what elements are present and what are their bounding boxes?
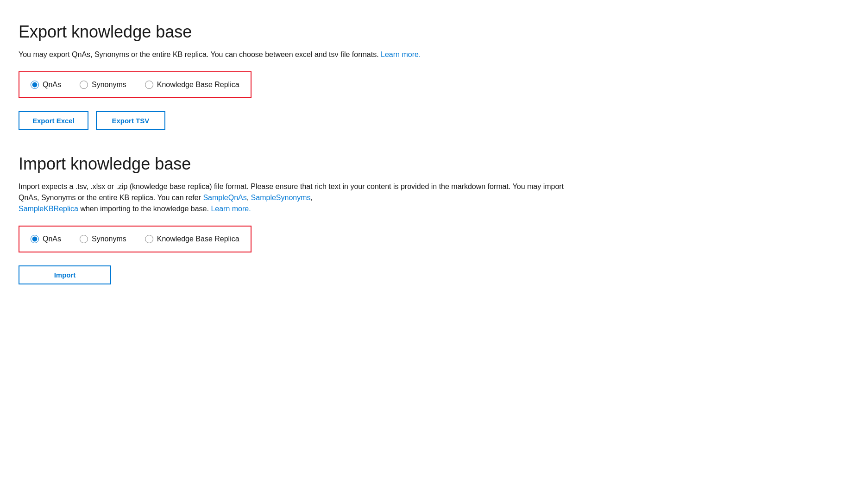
import-section: Import knowledge base Import expects a .… <box>19 154 849 284</box>
export-radio-group: QnAs Synonyms Knowledge Base Replica <box>19 71 252 98</box>
import-button-group: Import <box>19 265 849 284</box>
export-button-group: Export Excel Export TSV <box>19 111 849 130</box>
export-learn-more-link[interactable]: Learn more. <box>381 50 421 58</box>
import-qnas-option[interactable]: QnAs <box>31 235 61 243</box>
import-radio-group: QnAs Synonyms Knowledge Base Replica <box>19 226 252 252</box>
export-synonyms-radio[interactable] <box>80 81 88 89</box>
export-excel-button[interactable]: Export Excel <box>19 111 88 130</box>
sample-kbreplica-link[interactable]: SampleKBReplica <box>19 205 78 213</box>
export-kbreplica-radio[interactable] <box>145 81 153 89</box>
export-title: Export knowledge base <box>19 22 849 42</box>
sample-qnas-link[interactable]: SampleQnAs <box>203 194 246 202</box>
export-tsv-button[interactable]: Export TSV <box>96 111 165 130</box>
export-qnas-option[interactable]: QnAs <box>31 81 61 89</box>
sample-synonyms-link[interactable]: SampleSynonyms <box>251 194 311 202</box>
import-kbreplica-option[interactable]: Knowledge Base Replica <box>145 235 239 243</box>
export-kbreplica-option[interactable]: Knowledge Base Replica <box>145 81 239 89</box>
export-section: Export knowledge base You may export QnA… <box>19 22 849 130</box>
import-learn-more-link[interactable]: Learn more. <box>211 205 251 213</box>
import-description: Import expects a .tsv, .xlsx or .zip (kn… <box>19 181 574 214</box>
import-button[interactable]: Import <box>19 265 111 284</box>
import-synonyms-option[interactable]: Synonyms <box>80 235 126 243</box>
export-synonyms-option[interactable]: Synonyms <box>80 81 126 89</box>
export-description: You may export QnAs, Synonyms or the ent… <box>19 49 574 60</box>
import-kbreplica-radio[interactable] <box>145 235 153 243</box>
import-qnas-radio[interactable] <box>31 235 39 243</box>
import-synonyms-radio[interactable] <box>80 235 88 243</box>
export-qnas-radio[interactable] <box>31 81 39 89</box>
import-title: Import knowledge base <box>19 154 849 174</box>
